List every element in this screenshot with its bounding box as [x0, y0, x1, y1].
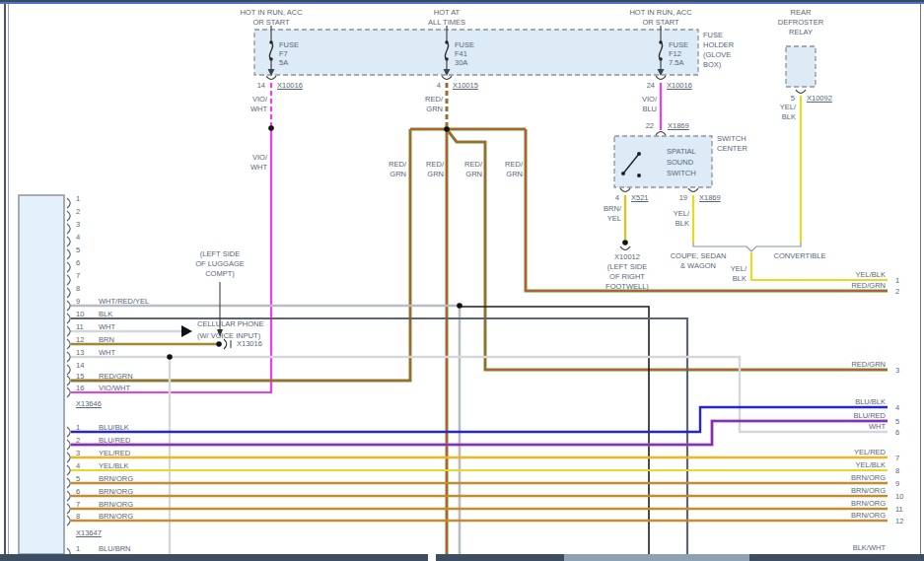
right-exit-number: 1 [895, 276, 899, 286]
fuse-terminal [445, 40, 449, 44]
scrollbar-thumb[interactable] [564, 554, 749, 561]
right-exit-number: 11 [895, 505, 903, 515]
right-exit-number: 5 [895, 417, 899, 427]
right-exit-wire-label: YEL/BLK [856, 270, 886, 280]
left-pin-number: 8 [76, 284, 80, 294]
luggage-compartment-note: (LEFT SIDE OF LUGGAGE COMPT) [195, 249, 245, 279]
wire-color-label: RED/ GRN [464, 160, 482, 179]
right-exit-number: 10 [895, 492, 903, 502]
right-exit-number: 9 [895, 479, 899, 489]
wire-color-label: RED/ GRN [389, 160, 406, 179]
connector-cup-icon [620, 188, 630, 192]
left-pin-number: 7 [76, 271, 80, 281]
hot-feed-label: HOT IN RUN, ACC OR START [629, 8, 691, 28]
fuse-label: FUSE F7 5A [279, 40, 299, 67]
connector-x13647-label: X13647 [76, 528, 102, 538]
left-wire-label: WHT [99, 322, 115, 332]
ground-location-note: (LEFT SIDE OF RIGHT FOOTWELL) [605, 262, 649, 292]
connector-cup-icon [796, 90, 806, 94]
relay-connector-label: X10092 [807, 94, 832, 104]
left-pin-number: 1 [76, 544, 80, 554]
junction-dot [167, 354, 173, 360]
variant-convertible-label: CONVERTIBLE [774, 251, 826, 261]
spatial-sound-switch-label: SPATIAL SOUND SWITCH [667, 146, 696, 178]
left-pin-number: 14 [76, 361, 84, 371]
switch-center-label: SWITCH CENTER [717, 134, 747, 154]
left-wire-label: VIO/WHT [99, 384, 130, 393]
pin-arc-icon [67, 352, 70, 362]
left-wire-label: BRN/ORG [99, 487, 133, 497]
junction-dot [216, 341, 222, 347]
right-exit-wire-label: RED/GRN [851, 281, 886, 291]
connector-cup-icon [442, 76, 452, 80]
ground-connector-label: X10012 [614, 252, 640, 262]
cellular-phone-arrow-icon [181, 325, 192, 337]
right-exit-number: 2 [895, 287, 899, 297]
pin-arc-icon [67, 288, 70, 298]
pin-arc-icon [67, 376, 70, 386]
junction-dot [622, 240, 628, 245]
left-wire-label: YEL/RED [99, 449, 130, 458]
right-exit-wire-label: BRN/ORG [851, 473, 886, 483]
fuse-exit-connector-label: X10016 [277, 81, 303, 91]
cellular-phone-label: CELLULAR PHONE [197, 319, 264, 329]
fuse-exit-connector-label: X10016 [667, 81, 692, 91]
relay-title: REAR DEFROSTER RELAY [778, 8, 823, 37]
left-pin-number: 6 [76, 487, 80, 497]
switch-top-connector-label: X1869 [668, 121, 689, 131]
switch-top-wire-label: VIO/ BLU [642, 95, 657, 114]
left-pin-number: 5 [76, 474, 80, 484]
left-pin-number: 15 [76, 372, 84, 382]
right-exit-wire-label: YEL/RED [854, 448, 886, 457]
pin-arc-icon [67, 262, 70, 272]
pin-arc-icon [67, 275, 70, 285]
wire-color-label: VIO/ WHT [250, 95, 267, 114]
left-pin-number: 4 [76, 233, 80, 243]
window-right-edge [920, 4, 921, 554]
pin-arc-icon [67, 387, 70, 397]
fuse-exit-pin-number: 14 [257, 81, 265, 91]
window-left-inner-edge [8, 4, 9, 554]
switch-bottom-left-pin-number: 4 [615, 193, 619, 203]
left-pin-number: 12 [76, 335, 84, 345]
left-pin-number: 2 [76, 207, 80, 217]
connector-cup-icon [656, 76, 666, 80]
right-exit-wire-label: WHT [869, 422, 886, 432]
left-wire-label: RED/GRN [99, 372, 133, 382]
pin-arc-icon [67, 491, 70, 501]
left-pin-number: 1 [76, 194, 80, 204]
left-pin-number: 9 [76, 297, 80, 307]
left-pin-number: 3 [76, 449, 80, 458]
fuse-holder-label: FUSE HOLDER (GLOVE BOX) [703, 31, 734, 70]
junction-dot [457, 303, 462, 309]
wire-color-label: RED/ GRN [426, 160, 444, 179]
pin-arc-icon [67, 237, 70, 246]
left-wire-label: BRN/ORG [99, 512, 133, 522]
left-wire-label: BLU/BRN [99, 544, 131, 554]
left-wire-label: BRN [99, 335, 114, 345]
junction-dot [268, 125, 274, 131]
pin-arc-icon [67, 301, 70, 311]
left-pin-number: 1 [76, 423, 80, 433]
left-pin-number: 8 [76, 512, 80, 522]
variant-wire-label: YEL/ BLK [731, 264, 746, 284]
cellular-phone-connector-label: X13016 [237, 339, 262, 349]
junction-dot [444, 126, 450, 132]
relay-wire-label: YEL/ BLK [780, 103, 796, 122]
pin-arc-icon [67, 339, 70, 349]
switch-bottom-left-connector-label: X521 [631, 193, 649, 203]
pin-arc-icon [67, 224, 70, 234]
left-pin-number: 6 [76, 258, 80, 268]
pin-arc-icon [67, 504, 70, 514]
left-wire-label: YEL/BLK [99, 461, 128, 471]
left-wire-label: BLU/RED [99, 436, 131, 446]
right-exit-wire-label: BRN/ORG [851, 511, 886, 521]
left-pin-number: 7 [76, 500, 80, 510]
connector-x13646-label: X13646 [76, 399, 102, 409]
pin-arc-icon [67, 314, 70, 323]
left-connector-block [19, 195, 64, 554]
right-exit-number: 7 [895, 454, 899, 463]
switch-contact-icon [637, 152, 641, 156]
right-exit-wire-label: BLU/BLK [855, 397, 886, 407]
left-pin-number: 11 [76, 322, 84, 332]
